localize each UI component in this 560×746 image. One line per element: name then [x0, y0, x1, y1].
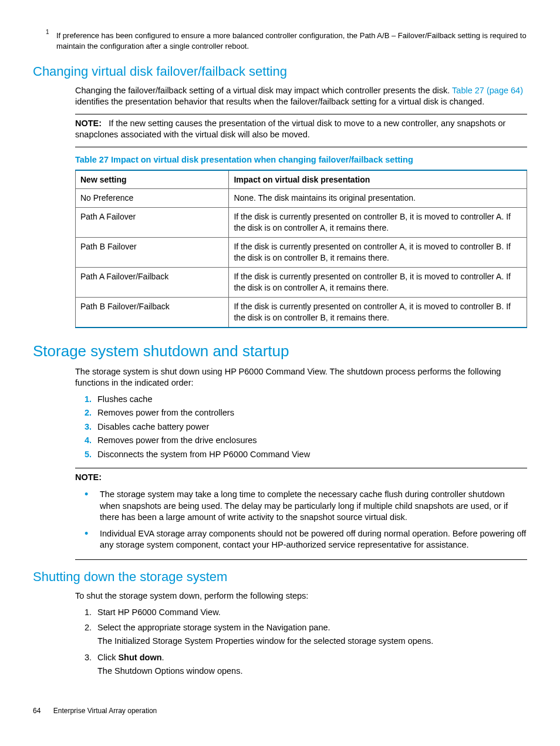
table-caption: Table 27 Impact on virtual disk presenta…	[75, 154, 527, 166]
divider	[75, 559, 527, 560]
list-item: Disables cache battery power	[94, 420, 527, 434]
table-row: No Preference None. The disk maintains i…	[76, 189, 527, 208]
heading-shutting-down: Shutting down the storage system	[33, 568, 527, 586]
table-row: Path A Failover If the disk is currently…	[76, 208, 527, 238]
table-row: Path B Failover If the disk is currently…	[76, 238, 527, 268]
table-row: Path A Failover/Failback If the disk is …	[76, 267, 527, 297]
step-sub: The Initialized Storage System Propertie…	[97, 636, 527, 647]
list-item: Flushes cache	[94, 393, 527, 407]
footnote-marker: 1	[46, 28, 49, 36]
list-item: Select the appropriate storage system in…	[94, 620, 527, 650]
heading-shutdown-startup: Storage system shutdown and startup	[33, 341, 527, 362]
shut-down-bold: Shut down	[118, 653, 161, 662]
note-block-2: NOTE:	[75, 472, 527, 484]
step-sub: The Shutdown Options window opens.	[97, 666, 527, 677]
list-item: Start HP P6000 Command View.	[94, 605, 527, 620]
section2-intro-text: The storage system is shut down using HP…	[75, 366, 527, 389]
shutdown-steps-list: Flushes cache Removes power from the con…	[75, 393, 527, 462]
footer-title: Enterprise Virtual Array operation	[53, 707, 157, 715]
link-table-27[interactable]: Table 27 (page 64)	[452, 86, 523, 95]
divider	[75, 147, 527, 147]
list-item: Individual EVA storage array components …	[94, 526, 527, 553]
note-text: If the new setting causes the presentati…	[75, 119, 505, 140]
list-item: Removes power from the drive enclosures	[94, 434, 527, 448]
footnote-text: If preference has been configured to ens…	[56, 31, 527, 50]
note-bullets: The storage system may take a long time …	[75, 487, 527, 553]
section2-intro: The storage system is shut down using HP…	[75, 366, 527, 389]
heading-changing-failover: Changing virtual disk failover/failback …	[33, 63, 527, 80]
divider	[75, 114, 527, 114]
note-block-1: NOTE: If the new setting causes the pres…	[75, 118, 527, 141]
section1-body: Changing the failover/failback setting o…	[75, 85, 527, 108]
page-number: 64	[33, 707, 41, 715]
table-row: Path B Failover/Failback If the disk is …	[76, 297, 527, 327]
page-footer: 64 Enterprise Virtual Array operation	[33, 706, 527, 715]
divider	[75, 468, 527, 468]
th-new-setting: New setting	[76, 170, 229, 189]
list-item: Disconnects the system from HP P6000 Com…	[94, 448, 527, 462]
section3-intro: To shut the storage system down, perform…	[75, 590, 527, 602]
list-item: Removes power from the controllers	[94, 406, 527, 420]
section1-paragraph: Changing the failover/failback setting o…	[75, 85, 527, 108]
th-impact: Impact on virtual disk presentation	[229, 170, 527, 189]
shutdown-procedure: Start HP P6000 Command View. Select the …	[75, 605, 527, 680]
note-label: NOTE:	[75, 472, 102, 482]
list-item: The storage system may take a long time …	[94, 487, 527, 526]
note-label: NOTE:	[75, 119, 102, 128]
note-paragraph: NOTE: If the new setting causes the pres…	[75, 118, 527, 141]
list-item: Click Shut down. The Shutdown Options wi…	[94, 650, 527, 680]
table-header-row: New setting Impact on virtual disk prese…	[76, 170, 527, 189]
table-impact: New setting Impact on virtual disk prese…	[75, 170, 527, 328]
footnote: 1 If preference has been configured to e…	[45, 31, 527, 51]
section3-intro-text: To shut the storage system down, perform…	[75, 590, 527, 602]
